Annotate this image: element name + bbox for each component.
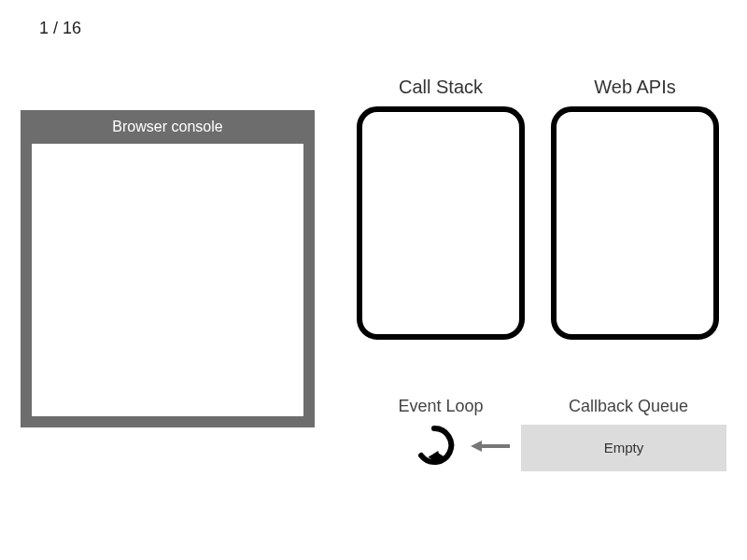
web-apis-label: Web APIs [551,77,719,98]
web-apis-box [551,106,719,340]
browser-console-body [32,144,303,416]
call-stack-label: Call Stack [357,77,525,98]
event-loop-label: Event Loop [357,397,525,416]
callback-queue-status: Empty [604,440,644,455]
browser-console-title: Browser console [32,110,303,144]
callback-queue-box: Empty [521,425,726,471]
call-stack-box [357,106,525,340]
svg-marker-3 [471,441,482,452]
browser-console-panel: Browser console [21,110,315,427]
callback-queue-label: Callback Queue [530,397,726,416]
page-counter: 1 / 16 [39,19,81,38]
arrow-left-icon [471,437,510,455]
event-loop-icon [414,425,455,466]
